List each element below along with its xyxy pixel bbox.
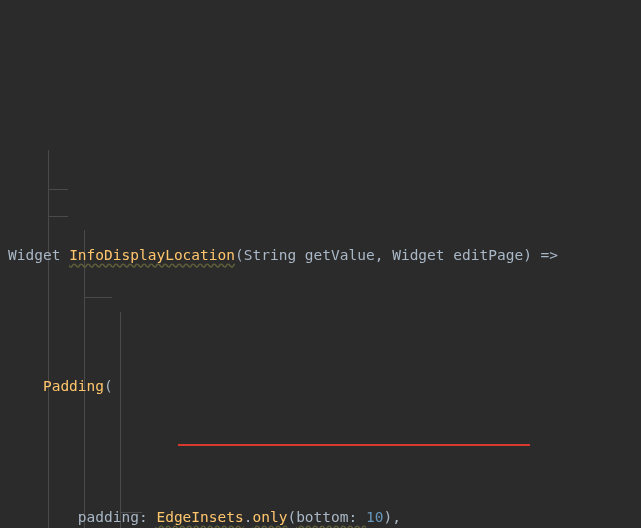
code-line[interactable]: Widget InfoDisplayLocation(String getVal… [0, 242, 641, 269]
code-line[interactable]: padding: EdgeInsets.only(bottom: 10), [0, 504, 641, 528]
annotation-underline [178, 444, 530, 446]
code-line[interactable]: Padding( [0, 373, 641, 400]
code-editor[interactable]: Widget InfoDisplayLocation(String getVal… [0, 0, 641, 528]
